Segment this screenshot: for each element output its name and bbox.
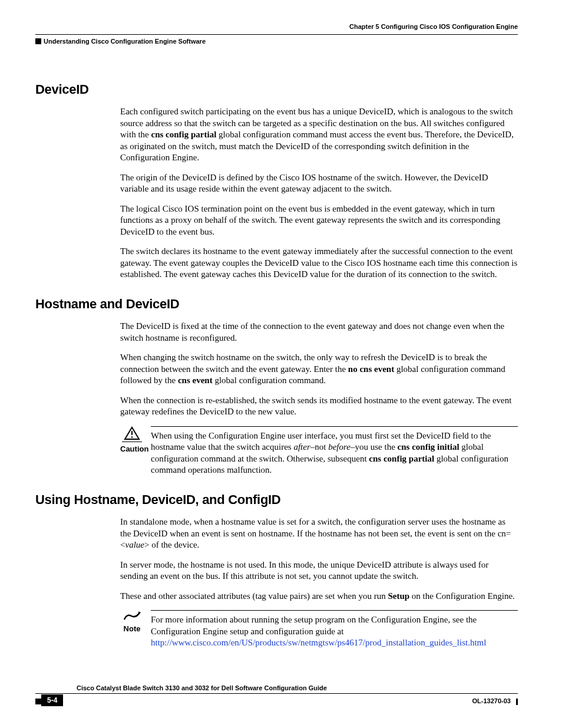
section-body: The DeviceID is fixed at the time of the… [120,321,518,418]
caution-callout: Caution When using the Configuration Eng… [120,426,518,476]
caution-icon-col: Caution [120,426,144,454]
page: Chapter 5 Configuring Cisco IOS Configur… [0,0,562,649]
note-link[interactable]: http://www.cisco.com/en/US/products/sw/n… [151,638,486,647]
paragraph: When changing the switch hostname on the… [120,352,518,387]
paragraph: These and other associated attributes (t… [120,591,518,602]
left-marker-icon [35,38,41,44]
footer-marker-icon [35,699,41,704]
header-rule [35,34,518,35]
caution-label: Caution [120,444,144,454]
paragraph: The origin of the DeviceID is defined by… [120,172,518,195]
caution-text: When using the Configuration Engine user… [151,426,518,476]
section-body: In standalone mode, when a hostname valu… [120,516,518,602]
caution-triangle-icon [120,426,144,440]
section-header-row: Understanding Cisco Configuration Engine… [35,37,518,45]
note-callout: Note For more information about running … [120,610,518,649]
paragraph: In standalone mode, when a hostname valu… [120,516,518,551]
page-number-badge: 5-4 [41,694,63,706]
footer-bottom-row: 5-4 OL-13270-03 [35,696,518,706]
footer-book-title: Cisco Catalyst Blade Switch 3130 and 303… [35,684,518,694]
right-marker-icon [516,699,518,705]
paragraph: When the connection is re-established, t… [120,395,518,418]
paragraph: For more information about running the s… [151,614,518,649]
heading-hostname-deviceid: Hostname and DeviceID [35,296,518,313]
note-text: For more information about running the s… [151,610,518,649]
svg-point-2 [131,436,133,438]
note-icon-col: Note [120,610,144,634]
paragraph: In server mode, the hostname is not used… [120,559,518,582]
paragraph: Each configured switch participating on … [120,106,518,164]
running-header: Chapter 5 Configuring Cisco IOS Configur… [35,22,518,31]
note-pencil-icon [120,610,144,622]
paragraph: When using the Configuration Engine user… [151,430,518,476]
paragraph: The switch declares its hostname to the … [120,246,518,281]
paragraph: The logical Cisco IOS termination point … [120,203,518,238]
heading-deviceid: DeviceID [35,81,518,98]
content: DeviceID Each configured switch particip… [35,46,518,649]
chapter-label: Chapter 5 Configuring Cisco IOS Configur… [349,22,518,31]
footer-left: 5-4 [35,696,63,706]
paragraph: The DeviceID is fixed at the time of the… [120,321,518,344]
footer: Cisco Catalyst Blade Switch 3130 and 303… [35,684,518,706]
doc-number: OL-13270-03 [472,697,511,704]
section-body: Each configured switch participating on … [120,106,518,281]
footer-right: OL-13270-03 [472,697,518,705]
section-label: Understanding Cisco Configuration Engine… [44,37,206,45]
heading-using-hostname: Using Hostname, DeviceID, and ConfigID [35,492,518,509]
note-label: Note [120,624,144,634]
